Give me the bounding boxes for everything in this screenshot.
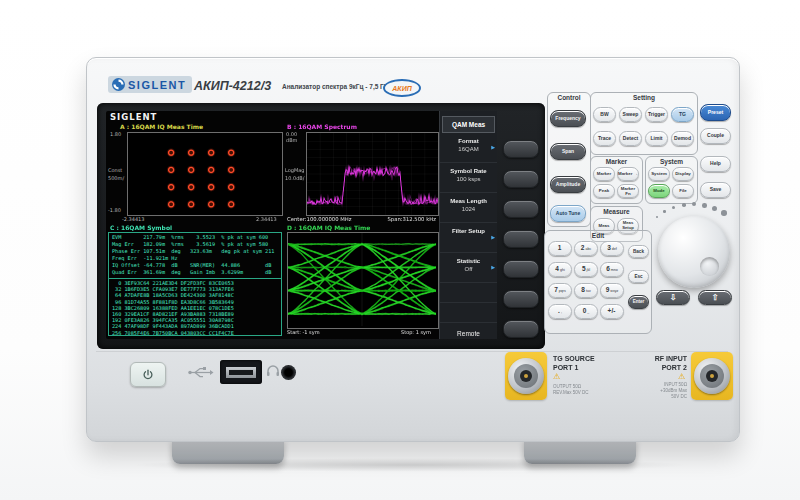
key-digit: +/- bbox=[608, 308, 617, 316]
power-button[interactable] bbox=[130, 362, 166, 387]
system-button[interactable]: System bbox=[648, 167, 670, 181]
usb-port-inner bbox=[226, 367, 256, 378]
key-7[interactable]: 7pqrs bbox=[548, 283, 572, 298]
key-digit: 3def bbox=[607, 245, 617, 253]
bw-button[interactable]: BW bbox=[593, 107, 616, 122]
file-button[interactable]: File bbox=[672, 184, 694, 198]
softkey-6[interactable] bbox=[503, 290, 539, 308]
headphone-icon bbox=[266, 364, 280, 377]
meas-line: Freq Err -11.921m Hz bbox=[112, 255, 274, 262]
key-0[interactable]: 0_ bbox=[574, 304, 598, 319]
esc-button[interactable]: Esc bbox=[628, 270, 649, 283]
model-label: АКИП-4212/3 bbox=[194, 79, 271, 93]
peak-button[interactable]: Peak bbox=[593, 184, 615, 198]
amplitude-button[interactable]: Amplitude bbox=[550, 176, 586, 193]
system-section-label: System bbox=[646, 158, 697, 165]
detect-button[interactable]: Detect bbox=[619, 131, 642, 146]
softkey-2[interactable] bbox=[503, 170, 539, 188]
key-8[interactable]: 8tuv bbox=[574, 283, 598, 298]
couple-button[interactable]: Couple bbox=[700, 128, 731, 144]
key-digit: 1 bbox=[558, 245, 563, 253]
preset-button[interactable]: Preset bbox=[700, 104, 731, 121]
marker-fn-button[interactable]: Marker Fn bbox=[617, 184, 639, 198]
key-digit: 4ghi bbox=[555, 266, 564, 274]
marker-to-button[interactable]: Marker → bbox=[617, 167, 639, 181]
key-1[interactable]: 1 bbox=[548, 241, 572, 256]
d-x-start: Start: -1 sym bbox=[287, 329, 320, 335]
key-digit: 0_ bbox=[583, 308, 590, 316]
d-x-stop: Stop: 1 sym bbox=[401, 329, 431, 335]
display-button[interactable]: Display bbox=[672, 167, 694, 181]
key-plusminus[interactable]: +/- bbox=[600, 304, 624, 319]
key-6[interactable]: 6mno bbox=[600, 262, 624, 277]
demod-button[interactable]: Demod bbox=[671, 131, 694, 146]
save-button[interactable]: Save bbox=[700, 182, 731, 198]
key-letters: def bbox=[612, 247, 617, 251]
brand-wordmark: SIGLENT bbox=[128, 79, 186, 91]
spectrum-plot-frame bbox=[306, 132, 439, 216]
softkey-1[interactable] bbox=[503, 140, 539, 158]
siglent-logo-icon bbox=[112, 78, 125, 91]
edit-section-label: Edit bbox=[545, 232, 651, 239]
eye-plot-frame bbox=[287, 232, 439, 329]
knob-dimple bbox=[700, 257, 719, 276]
constellation-plot-frame bbox=[127, 132, 283, 216]
mode-button[interactable]: Mode bbox=[648, 184, 670, 198]
b-scale-name: LogMag bbox=[285, 167, 304, 173]
key-digit: 5jkl bbox=[582, 266, 590, 274]
audio-jack bbox=[281, 365, 296, 380]
menu-item-label: Symbol Rate bbox=[440, 163, 497, 174]
key-3[interactable]: 3def bbox=[600, 241, 624, 256]
limit-button[interactable]: Limit bbox=[645, 131, 668, 146]
key-dot[interactable]: ., bbox=[548, 304, 572, 319]
rf-warning-icon: ⚠ bbox=[678, 373, 685, 381]
trigger-button[interactable]: Trigger bbox=[645, 107, 668, 122]
auto-tune-button[interactable]: Auto Tune bbox=[550, 205, 586, 222]
key-letters: mno bbox=[611, 268, 618, 272]
meas-line: Phase Err 107.51m deg 323.63m deg pk at … bbox=[112, 248, 274, 255]
knob-dot bbox=[721, 210, 727, 216]
menu-item-value bbox=[440, 288, 497, 290]
a-y-scale: 500m/ bbox=[108, 175, 124, 181]
product-photo-stage: SIGLENT АКИП-4212/3 Анализатор спектра 9… bbox=[0, 0, 800, 500]
b-scale: 10.0dB/ bbox=[285, 175, 304, 181]
meas-line: Quad Err 361.69m deg Gain Imb 3.6299m dB bbox=[112, 269, 274, 276]
back-button[interactable]: Back bbox=[628, 245, 649, 258]
menu-item-value bbox=[440, 308, 497, 310]
hex-line: 224 47AF98DF 9F443ADA 897AD899 36BCADD1 bbox=[112, 323, 234, 329]
sweep-button[interactable]: Sweep bbox=[619, 107, 642, 122]
down-arrow-button[interactable]: ⇩ bbox=[656, 290, 690, 305]
lcd-screen: SIGLENT A : 16QAM IQ Meas Time 1.80 Cons… bbox=[106, 111, 496, 339]
key-5[interactable]: 5jkl bbox=[574, 262, 598, 277]
meas-line: IQ Offset -64.778 dB SNR(MER) 44.886 dB bbox=[112, 262, 274, 269]
akip-badge-text: АКИП bbox=[392, 85, 411, 92]
soft-menu-title: QAM Meas bbox=[442, 116, 495, 133]
trace-button[interactable]: Trace bbox=[593, 131, 616, 146]
softkey-4[interactable] bbox=[503, 230, 539, 248]
enter-button[interactable]: Enter bbox=[628, 295, 649, 309]
model-subtitle: Анализатор спектра 9кГц - 7,5 ГГц bbox=[282, 83, 391, 90]
power-icon bbox=[142, 369, 154, 381]
rotary-knob[interactable] bbox=[658, 216, 730, 288]
setting-section-label: Setting bbox=[591, 94, 697, 101]
tg-button[interactable]: TG bbox=[671, 107, 694, 122]
key-4[interactable]: 4ghi bbox=[548, 262, 572, 277]
marker-button[interactable]: Marker bbox=[593, 167, 615, 181]
key-letters: pqrs bbox=[559, 289, 566, 293]
knob-dot bbox=[682, 203, 686, 207]
menu-item-value: 1024 bbox=[440, 204, 497, 212]
up-arrow-button[interactable]: ⇧ bbox=[698, 290, 732, 305]
key-digit: 7pqrs bbox=[554, 287, 566, 295]
softkey-5[interactable] bbox=[503, 260, 539, 278]
frequency-button[interactable]: Frequency bbox=[550, 110, 586, 127]
help-button[interactable]: Help bbox=[700, 156, 731, 172]
key-2[interactable]: 2abc bbox=[574, 241, 598, 256]
key-letters: _ bbox=[587, 310, 589, 314]
rf-input-connector bbox=[694, 358, 730, 394]
screen-brand: SIGLENT bbox=[110, 112, 157, 122]
softkey-7[interactable] bbox=[503, 320, 539, 338]
key-9[interactable]: 9wxyz bbox=[600, 283, 624, 298]
panel-seam bbox=[96, 351, 728, 352]
softkey-3[interactable] bbox=[503, 200, 539, 218]
span-button[interactable]: Span bbox=[550, 143, 586, 160]
